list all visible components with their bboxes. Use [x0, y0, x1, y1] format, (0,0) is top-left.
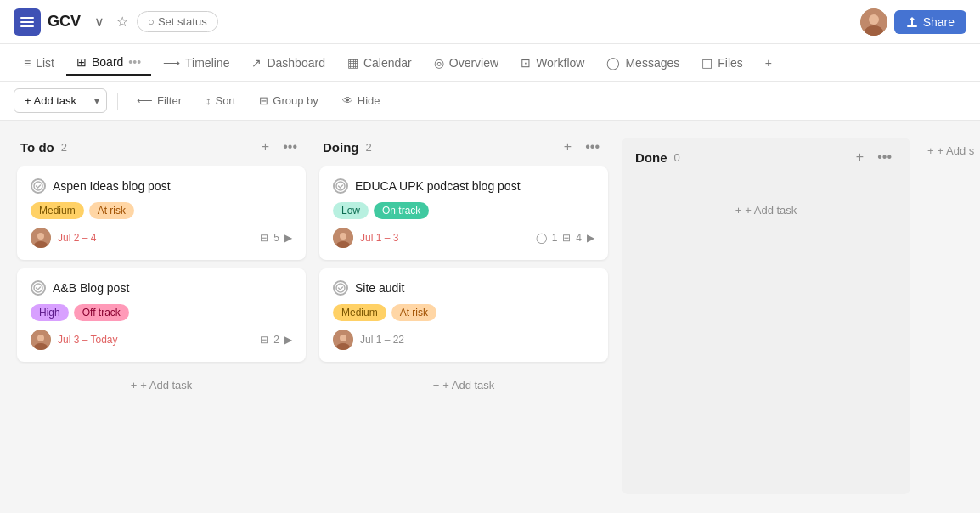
card-site-audit-tags: Medium At risk	[333, 304, 594, 321]
check-icon-3	[333, 178, 348, 194]
tab-calendar[interactable]: ▦ Calendar	[337, 51, 422, 75]
subtask-icon-2: ⊟	[260, 334, 268, 346]
check-icon	[31, 178, 46, 194]
tag-low: Low	[333, 202, 369, 219]
svg-rect-0	[20, 17, 34, 19]
column-doing-add-button[interactable]: +	[559, 138, 577, 156]
tab-list[interactable]: ≡ List	[14, 51, 65, 75]
column-doing-actions: + •••	[559, 138, 605, 156]
svg-rect-6	[907, 25, 917, 27]
dashboard-icon: ↗	[251, 56, 262, 70]
doing-add-task-button[interactable]: + + Add task	[319, 370, 608, 400]
plus-icon-done: +	[735, 204, 742, 217]
tab-timeline[interactable]: ⟶ Timeline	[153, 51, 239, 75]
plus-icon-doing: +	[433, 379, 440, 392]
filter-button[interactable]: ⟵ Filter	[128, 89, 190, 112]
svg-point-13	[37, 335, 44, 341]
add-task-dropdown-button[interactable]: ▾	[87, 90, 106, 112]
project-name: GCV	[48, 13, 81, 31]
tag-on-track: On track	[374, 202, 429, 219]
card-ab-blog[interactable]: A&B Blog post High Off track Jul 3 – Tod…	[17, 268, 306, 362]
status-circle-icon: ○	[148, 15, 155, 28]
tab-files[interactable]: ◫ Files	[691, 51, 753, 75]
arrow-icon: ▶	[284, 232, 292, 244]
card-ab-title: A&B Blog post	[31, 280, 292, 296]
avatar-site-audit	[333, 330, 353, 350]
avatar-aspen	[31, 228, 51, 248]
avatar-ab	[31, 330, 51, 350]
svg-point-19	[336, 284, 345, 292]
add-task-main-button[interactable]: + Add task	[14, 89, 87, 112]
tag-off-track: Off track	[74, 304, 129, 321]
share-button[interactable]: Share	[894, 10, 966, 34]
done-add-task-button[interactable]: + + Add task	[622, 187, 910, 234]
tab-overview[interactable]: ◎ Overview	[424, 51, 509, 75]
column-done-add-button[interactable]: +	[851, 148, 869, 166]
column-doing-more-button[interactable]: •••	[580, 138, 605, 156]
column-doing-count: 2	[366, 141, 372, 154]
column-todo: To do 2 + ••• Aspen Ideas blog post Medi…	[17, 138, 306, 494]
toolbar-divider	[117, 93, 118, 110]
avatar[interactable]	[860, 8, 887, 36]
files-icon: ◫	[701, 56, 712, 70]
tab-board[interactable]: ⊞ Board •••	[66, 50, 151, 76]
column-todo-add-button[interactable]: +	[256, 138, 274, 156]
list-icon: ≡	[24, 56, 31, 70]
overview-icon: ◎	[434, 56, 444, 70]
add-task-button-group[interactable]: + Add task ▾	[14, 88, 107, 113]
card-ab-date: Jul 3 – Today	[58, 334, 118, 346]
card-site-audit-footer: Jul 1 – 22	[333, 330, 594, 350]
tag-high: High	[31, 304, 69, 321]
card-ab-footer: Jul 3 – Today ⊟ 2 ▶	[31, 330, 292, 350]
column-done: Done 0 + ••• + + Add task	[622, 138, 910, 494]
add-section-button[interactable]: + + Add s	[924, 138, 977, 164]
card-aspen[interactable]: Aspen Ideas blog post Medium At risk Jul…	[17, 166, 306, 260]
todo-add-task-button[interactable]: + + Add task	[17, 370, 306, 400]
card-educa-meta: ◯ 1 ⊟ 4 ▶	[536, 232, 594, 244]
app-icon	[14, 8, 41, 36]
card-educa-title: EDUCA UPK podcast blog post	[333, 178, 594, 194]
arrow-icon-2: ▶	[284, 334, 292, 346]
set-status-button[interactable]: ○ Set status	[137, 11, 218, 32]
card-educa[interactable]: EDUCA UPK podcast blog post Low On track…	[319, 166, 608, 260]
plus-icon-section: +	[927, 144, 934, 157]
column-todo-header: To do 2 + •••	[17, 138, 306, 156]
card-ab-tags: High Off track	[31, 304, 292, 321]
board-icon: ⊞	[76, 55, 87, 69]
messages-icon: ◯	[606, 56, 620, 70]
arrow-icon-3: ▶	[587, 232, 594, 244]
board: To do 2 + ••• Aspen Ideas blog post Medi…	[0, 121, 980, 511]
star-icon[interactable]: ☆	[113, 10, 132, 33]
card-educa-tags: Low On track	[333, 202, 594, 219]
group-by-icon: ⊟	[259, 94, 268, 107]
svg-point-17	[340, 233, 346, 240]
svg-point-9	[37, 233, 44, 240]
tab-messages[interactable]: ◯ Messages	[596, 51, 690, 75]
check-icon-2	[31, 280, 46, 296]
card-site-audit[interactable]: Site audit Medium At risk Jul 1 – 22	[319, 268, 608, 362]
column-doing-header: Doing 2 + •••	[319, 138, 608, 156]
add-section-area: + + Add s	[924, 138, 977, 494]
column-done-more-button[interactable]: •••	[872, 148, 897, 166]
card-aspen-meta: ⊟ 5 ▶	[260, 232, 292, 244]
svg-point-11	[34, 284, 42, 292]
card-ab-meta: ⊟ 2 ▶	[260, 334, 292, 346]
tab-dashboard[interactable]: ↗ Dashboard	[241, 51, 335, 75]
toolbar: + Add task ▾ ⟵ Filter ↕ Sort ⊟ Group by …	[0, 82, 980, 121]
group-by-button[interactable]: ⊟ Group by	[251, 89, 326, 112]
chevron-down-icon[interactable]: ∨	[91, 10, 108, 33]
card-educa-date: Jul 1 – 3	[360, 232, 398, 244]
column-done-title: Done	[635, 150, 667, 165]
tag-medium: Medium	[31, 202, 84, 219]
hide-button[interactable]: 👁 Hide	[334, 89, 389, 112]
nav-tabs: ≡ List ⊞ Board ••• ⟶ Timeline ↗ Dashboar…	[0, 44, 980, 82]
column-todo-more-button[interactable]: •••	[278, 138, 302, 156]
avatar-educa	[333, 228, 353, 248]
add-tab-button[interactable]: +	[755, 51, 782, 75]
sort-button[interactable]: ↕ Sort	[197, 89, 244, 112]
tab-workflow[interactable]: ⊡ Workflow	[510, 51, 594, 75]
column-done-actions: + •••	[851, 148, 897, 166]
column-doing-title: Doing	[323, 140, 359, 155]
check-icon-4	[333, 280, 348, 296]
comment-icon: ◯	[536, 232, 547, 244]
